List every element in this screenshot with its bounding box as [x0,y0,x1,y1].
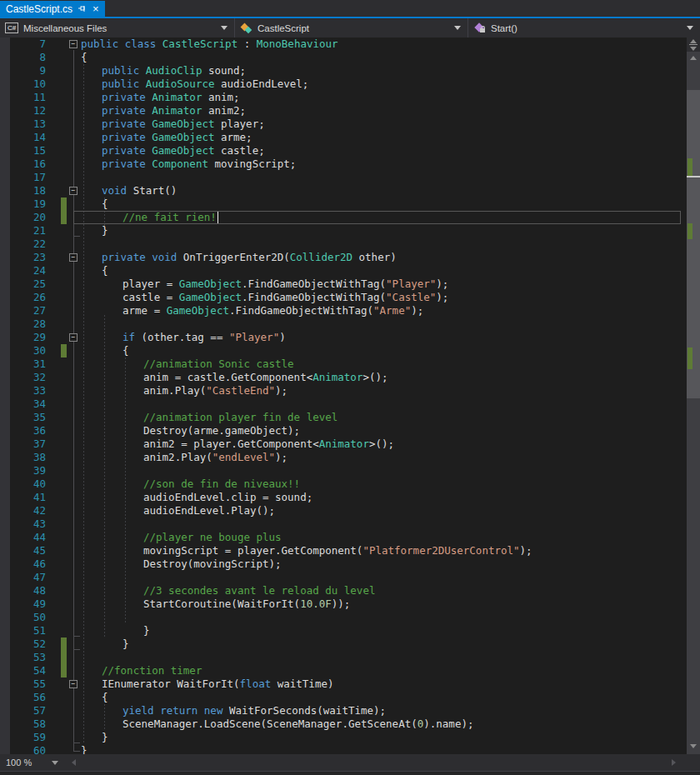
line-number: 52 [10,638,46,651]
code-text: void Start() [102,184,177,198]
change-bar [61,344,67,358]
code-line: 56{ [0,691,687,704]
vertical-scrollbar[interactable] [687,38,700,754]
line-number: 34 [10,398,46,411]
line-number: 23 [10,251,46,264]
tab-strip: CastleScript.cs × [0,0,700,17]
code-text: public class CastleScript : MonoBehaviou… [81,38,338,51]
code-text: } [81,744,88,754]
type-dropdown[interactable]: CastleScript [235,18,468,38]
line-number: 29 [10,331,46,344]
code-line: 19{ [0,198,687,211]
collapse-toggle[interactable]: − [69,333,78,342]
window-bottom-edge [0,771,700,775]
line-number: 49 [10,598,46,611]
code-line: 21} [0,224,687,238]
code-line: 41audioEndLevel.clip = sound; [0,491,687,504]
line-number: 58 [10,718,46,731]
line-number: 44 [10,531,46,544]
collapse-toggle[interactable]: − [69,187,78,195]
zoom-level: 100 % [6,758,32,768]
line-number: 46 [10,558,46,571]
method-icon [473,22,486,34]
code-line: 35//animation player fin de level [0,411,687,424]
code-text: private GameObject arme; [102,131,252,144]
line-number: 57 [10,704,46,718]
code-line: 26castle = GameObject.FindGameObjectWith… [0,291,687,304]
collapse-toggle[interactable]: − [69,253,78,262]
code-line: 43 [0,518,687,531]
code-text: public AudioSource audioEndLevel; [102,78,308,91]
code-area[interactable]: 7−public class CastleScript : MonoBehavi… [0,38,687,754]
code-text: private void OnTriggerEnter2D(Collider2D… [102,251,397,264]
line-number: 12 [10,104,46,118]
code-line: 29−if (other.tag == "Player") [0,331,687,344]
code-line: 27arme = GameObject.FindGameObjectWithTa… [0,304,687,318]
member-dropdown[interactable]: Start() [468,18,700,38]
member-dropdown-label: Start() [491,23,518,33]
scrollbar-splitter-icon[interactable] [687,38,700,52]
tab-title: CastleScript.cs [6,3,72,15]
collapse-toggle[interactable]: − [69,40,78,48]
pin-icon[interactable] [78,3,87,15]
code-line: 40//son de fin de niveaux!! [0,478,687,491]
code-line: 54//fonction timer [0,664,687,678]
line-number: 26 [10,291,46,304]
code-text: movingScript = player.GetComponent("Plat… [143,544,532,558]
line-number: 11 [10,91,46,104]
code-line: 53 [0,651,687,664]
horizontal-scrollbar[interactable]: 100 % [0,754,687,771]
code-text: //animation Sonic castle [143,358,294,371]
scroll-right-icon[interactable] [672,759,676,766]
code-line: 49StartCoroutine(WaitForIt(10.0F)); [0,598,687,611]
code-line: 8{ [0,51,687,64]
code-line: 60} [0,744,687,754]
code-line: 10public AudioSource audioEndLevel; [0,78,687,91]
code-line: 36Destroy(arme.gameObject); [0,424,687,438]
line-number: 47 [10,571,46,584]
line-number: 40 [10,478,46,491]
code-text: Destroy(arme.gameObject); [143,424,300,438]
line-number: 60 [10,744,46,754]
project-dropdown[interactable]: C# Miscellaneous Files [0,18,235,38]
line-number: 7 [10,38,46,51]
code-text: anim2 = player.GetComponent<Animator>(); [143,438,394,451]
line-number: 9 [10,64,46,78]
code-text: { [122,344,129,358]
code-line: 50 [0,611,687,624]
zoom-dropdown[interactable]: 100 % [0,754,63,771]
scroll-up-icon[interactable] [690,56,697,60]
line-number: 25 [10,278,46,291]
code-text: audioEndLevel.Play(); [143,504,275,518]
line-number: 37 [10,438,46,451]
close-icon[interactable]: × [92,3,99,14]
chevron-down-icon [687,26,693,30]
code-line: 9public AudioClip sound; [0,64,687,78]
scrollbar-corner [687,754,700,771]
line-number: 33 [10,384,46,398]
code-line: 34 [0,398,687,411]
line-number: 43 [10,518,46,531]
code-line: 58SceneManager.LoadScene(SceneManager.Ge… [0,718,687,731]
change-annotation [688,348,692,369]
change-annotation [688,223,692,239]
project-dropdown-label: Miscellaneous Files [23,23,107,33]
code-text: Destroy(movingScript); [143,558,282,571]
collapse-toggle[interactable]: − [69,680,78,688]
scroll-down-icon[interactable] [690,744,697,748]
code-text: private Animator anim; [102,91,240,104]
tab-castlescript[interactable]: CastleScript.cs × [0,1,105,17]
line-number: 32 [10,371,46,384]
code-line: 55−IEnumerator WaitForIt(float waitTime) [0,678,687,691]
change-annotation [688,158,692,176]
code-text: anim2.Play("endLevel"); [143,451,288,464]
line-number: 28 [10,318,46,331]
change-bar [61,198,67,211]
code-text: { [81,51,88,64]
code-text: anim.Play("CastleEnd"); [143,384,288,398]
scroll-left-icon[interactable] [72,759,76,766]
code-text: castle = GameObject.FindGameObjectWithTa… [122,291,448,304]
navigation-bar: C# Miscellaneous Files CastleScript Star… [0,17,700,38]
code-line: 57yield return new WaitForSeconds(waitTi… [0,704,687,718]
line-number: 17 [10,171,46,184]
